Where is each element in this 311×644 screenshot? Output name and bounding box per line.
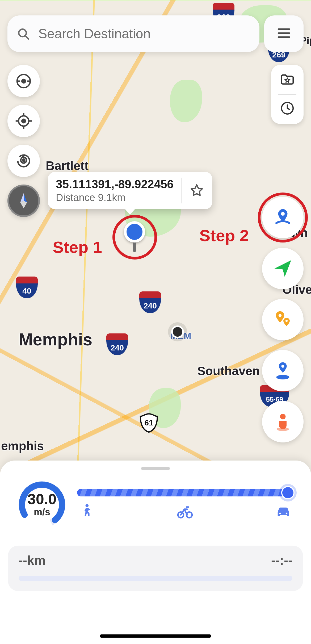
location-callout[interactable]: 35.111391,-89.922456 Distance 9.1km [48, 172, 212, 209]
svg-point-0 [19, 29, 26, 37]
shield-us61: 61 [139, 413, 159, 433]
center-location-button[interactable] [7, 105, 40, 137]
svg-point-19 [279, 314, 281, 317]
shield-i40: 40 [16, 277, 38, 298]
callout-text: 35.111391,-89.922456 Distance 9.1km [56, 178, 174, 203]
trip-progress-bar [19, 576, 292, 581]
speed-gauge: 30.0 m/s [18, 481, 66, 529]
svg-point-8 [22, 119, 25, 123]
target-mode-button[interactable] [7, 65, 40, 97]
right-corner-panel [271, 65, 304, 124]
current-location-dot [171, 325, 184, 338]
callout-divider [181, 178, 182, 203]
shield-i240a: 240 [139, 291, 161, 313]
shield-i240b: 240 [106, 333, 128, 355]
favorites-folder-icon[interactable] [280, 72, 295, 88]
trip-distance: --km [19, 553, 45, 568]
home-indicator [100, 634, 211, 638]
menu-button[interactable] [264, 15, 304, 52]
callout-coords: 35.111391,-89.922456 [56, 178, 174, 191]
pin-head [124, 221, 145, 242]
star-icon[interactable] [189, 183, 204, 198]
trip-card[interactable]: --km --:-- [8, 546, 303, 591]
step2-label: Step 2 [199, 226, 249, 245]
speed-row: 30.0 m/s [8, 481, 303, 529]
menu-icon [276, 25, 292, 42]
bottom-sheet[interactable]: 30.0 m/s [0, 461, 311, 644]
speed-unit: m/s [34, 507, 50, 518]
person-spot-button[interactable] [262, 401, 304, 442]
map-label-southaven: Southaven [197, 364, 260, 378]
top-bar [7, 15, 304, 52]
trip-time: --:-- [271, 553, 292, 568]
svg-point-31 [286, 513, 287, 514]
slider-thumb[interactable] [281, 486, 295, 499]
dual-pin-button[interactable] [262, 299, 304, 340]
speed-slider[interactable] [77, 488, 293, 497]
svg-point-23 [280, 414, 286, 419]
app-root: Memphis emphis Bartlett wn Southaven Oli… [0, 0, 311, 644]
car-icon[interactable] [275, 503, 292, 521]
svg-line-1 [26, 36, 29, 39]
send-route-button[interactable] [262, 248, 304, 289]
svg-point-27 [85, 504, 89, 507]
svg-point-24 [277, 427, 289, 431]
svg-point-6 [22, 79, 25, 83]
svg-point-13 [23, 159, 25, 161]
bike-icon[interactable] [176, 503, 194, 521]
rotate-pin-button[interactable] [7, 145, 40, 177]
speed-slider-column [77, 488, 293, 521]
sheet-grabber[interactable] [141, 467, 170, 470]
map-label-memphis: Memphis [19, 330, 92, 349]
search-icon [16, 27, 30, 41]
slider-track [77, 489, 293, 496]
map-label-bartlett: Bartlett [46, 158, 89, 173]
map-label-emphis: emphis [1, 439, 44, 453]
walk-icon[interactable] [78, 503, 95, 521]
pin-stem [133, 242, 136, 252]
callout-tail [125, 209, 135, 215]
svg-point-30 [279, 513, 281, 514]
map-pin-button[interactable] [262, 197, 304, 238]
divider [278, 94, 296, 95]
transport-mode-row [77, 503, 293, 521]
svg-point-18 [281, 212, 285, 216]
pin-stand-button[interactable] [262, 350, 304, 391]
svg-point-22 [276, 375, 289, 379]
callout-distance: Distance 9.1km [56, 192, 174, 203]
svg-point-21 [281, 365, 284, 368]
svg-point-20 [285, 320, 288, 322]
compass-button[interactable] [7, 185, 40, 217]
speed-value: 30.0 [28, 492, 57, 507]
step1-label: Step 1 [53, 238, 102, 257]
history-icon[interactable] [280, 101, 295, 117]
search-box[interactable] [7, 15, 259, 52]
search-input[interactable] [38, 26, 250, 41]
dropped-pin[interactable] [124, 221, 145, 250]
